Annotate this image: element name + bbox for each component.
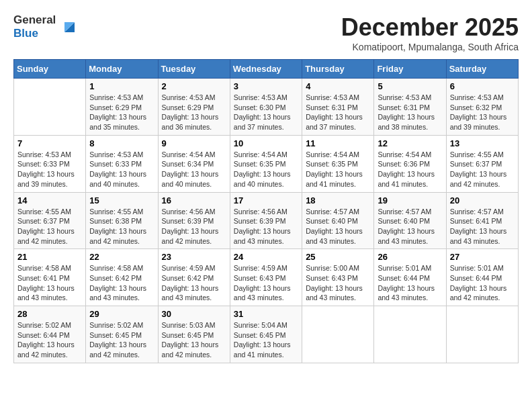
day-info: Sunrise: 4:53 AM Sunset: 6:30 PM Dayligh… (234, 93, 298, 132)
calendar-cell: 9Sunrise: 4:54 AM Sunset: 6:34 PM Daylig… (158, 135, 230, 192)
day-number: 23 (162, 252, 226, 262)
day-info: Sunrise: 4:53 AM Sunset: 6:29 PM Dayligh… (89, 93, 154, 132)
day-info: Sunrise: 5:00 AM Sunset: 6:43 PM Dayligh… (306, 263, 370, 303)
calendar-cell (302, 306, 374, 363)
day-number: 10 (234, 138, 298, 148)
calendar-cell: 6Sunrise: 4:53 AM Sunset: 6:32 PM Daylig… (446, 79, 518, 136)
day-number: 3 (234, 81, 298, 91)
calendar-cell: 19Sunrise: 4:57 AM Sunset: 6:40 PM Dayli… (374, 192, 446, 249)
calendar-cell: 11Sunrise: 4:54 AM Sunset: 6:35 PM Dayli… (302, 135, 374, 192)
calendar-header-day: Wednesday (230, 60, 302, 79)
day-info: Sunrise: 4:53 AM Sunset: 6:32 PM Dayligh… (450, 93, 515, 132)
calendar-cell: 8Sunrise: 4:53 AM Sunset: 6:33 PM Daylig… (86, 135, 158, 192)
day-number: 28 (17, 309, 82, 319)
calendar-cell: 30Sunrise: 5:03 AM Sunset: 6:45 PM Dayli… (158, 306, 230, 363)
day-number: 17 (234, 195, 298, 205)
day-number: 6 (450, 81, 515, 91)
calendar-cell: 25Sunrise: 5:00 AM Sunset: 6:43 PM Dayli… (302, 249, 374, 306)
calendar-week-row: 1Sunrise: 4:53 AM Sunset: 6:29 PM Daylig… (14, 79, 519, 136)
calendar-body: 1Sunrise: 4:53 AM Sunset: 6:29 PM Daylig… (14, 79, 519, 363)
calendar-cell: 24Sunrise: 4:59 AM Sunset: 6:43 PM Dayli… (230, 249, 302, 306)
day-number: 9 (162, 138, 226, 148)
day-number: 7 (17, 138, 82, 148)
calendar-cell (14, 79, 86, 136)
day-number: 22 (89, 252, 154, 262)
logo-general: General (13, 13, 56, 27)
logo-blue: Blue (13, 27, 56, 40)
calendar-cell: 17Sunrise: 4:56 AM Sunset: 6:39 PM Dayli… (230, 192, 302, 249)
calendar-cell: 27Sunrise: 5:01 AM Sunset: 6:44 PM Dayli… (446, 249, 518, 306)
day-number: 11 (306, 138, 370, 148)
calendar-header-day: Monday (86, 60, 158, 79)
calendar-header-day: Friday (374, 60, 446, 79)
day-info: Sunrise: 4:55 AM Sunset: 6:38 PM Dayligh… (89, 207, 154, 246)
day-info: Sunrise: 4:58 AM Sunset: 6:41 PM Dayligh… (17, 263, 82, 303)
day-number: 15 (89, 195, 154, 205)
day-info: Sunrise: 4:57 AM Sunset: 6:40 PM Dayligh… (378, 207, 442, 246)
day-info: Sunrise: 4:56 AM Sunset: 6:39 PM Dayligh… (162, 207, 226, 246)
calendar-cell: 1Sunrise: 4:53 AM Sunset: 6:29 PM Daylig… (86, 79, 158, 136)
calendar-cell: 21Sunrise: 4:58 AM Sunset: 6:41 PM Dayli… (14, 249, 86, 306)
day-number: 30 (162, 309, 226, 319)
day-info: Sunrise: 4:54 AM Sunset: 6:35 PM Dayligh… (234, 150, 298, 189)
day-info: Sunrise: 4:56 AM Sunset: 6:39 PM Dayligh… (234, 207, 298, 246)
calendar-header-day: Saturday (446, 60, 518, 79)
month-title: December 2025 (341, 13, 519, 42)
day-info: Sunrise: 5:01 AM Sunset: 6:44 PM Dayligh… (378, 263, 442, 303)
calendar-cell: 2Sunrise: 4:53 AM Sunset: 6:29 PM Daylig… (158, 79, 230, 136)
calendar-cell: 20Sunrise: 4:57 AM Sunset: 6:41 PM Dayli… (446, 192, 518, 249)
day-info: Sunrise: 4:54 AM Sunset: 6:34 PM Dayligh… (162, 150, 226, 189)
day-info: Sunrise: 4:53 AM Sunset: 6:33 PM Dayligh… (17, 150, 82, 189)
calendar-header-day: Sunday (14, 60, 86, 79)
day-info: Sunrise: 4:58 AM Sunset: 6:42 PM Dayligh… (89, 263, 154, 303)
calendar-cell: 26Sunrise: 5:01 AM Sunset: 6:44 PM Dayli… (374, 249, 446, 306)
day-info: Sunrise: 4:59 AM Sunset: 6:43 PM Dayligh… (234, 263, 298, 303)
calendar-week-row: 7Sunrise: 4:53 AM Sunset: 6:33 PM Daylig… (14, 135, 519, 192)
day-number: 13 (450, 138, 515, 148)
day-number: 31 (234, 309, 298, 319)
day-info: Sunrise: 4:54 AM Sunset: 6:35 PM Dayligh… (306, 150, 370, 189)
day-info: Sunrise: 5:02 AM Sunset: 6:44 PM Dayligh… (17, 320, 82, 360)
calendar-cell: 22Sunrise: 4:58 AM Sunset: 6:42 PM Dayli… (86, 249, 158, 306)
calendar-cell: 15Sunrise: 4:55 AM Sunset: 6:38 PM Dayli… (86, 192, 158, 249)
day-info: Sunrise: 4:59 AM Sunset: 6:42 PM Dayligh… (162, 263, 226, 303)
calendar-cell: 23Sunrise: 4:59 AM Sunset: 6:42 PM Dayli… (158, 249, 230, 306)
calendar-cell: 3Sunrise: 4:53 AM Sunset: 6:30 PM Daylig… (230, 79, 302, 136)
day-number: 14 (17, 195, 82, 205)
calendar-cell: 28Sunrise: 5:02 AM Sunset: 6:44 PM Dayli… (14, 306, 86, 363)
day-number: 26 (378, 252, 442, 262)
calendar-cell: 4Sunrise: 4:53 AM Sunset: 6:31 PM Daylig… (302, 79, 374, 136)
calendar-table: SundayMondayTuesdayWednesdayThursdayFrid… (13, 59, 519, 363)
logo-icon (58, 15, 78, 36)
day-info: Sunrise: 4:53 AM Sunset: 6:33 PM Dayligh… (89, 150, 154, 189)
day-number: 19 (378, 195, 442, 205)
day-info: Sunrise: 4:57 AM Sunset: 6:41 PM Dayligh… (450, 207, 515, 246)
calendar-cell: 18Sunrise: 4:57 AM Sunset: 6:40 PM Dayli… (302, 192, 374, 249)
calendar-cell: 7Sunrise: 4:53 AM Sunset: 6:33 PM Daylig… (14, 135, 86, 192)
calendar-cell: 5Sunrise: 4:53 AM Sunset: 6:31 PM Daylig… (374, 79, 446, 136)
calendar-cell: 29Sunrise: 5:02 AM Sunset: 6:45 PM Dayli… (86, 306, 158, 363)
day-number: 8 (89, 138, 154, 148)
location: Komatipoort, Mpumalanga, South Africa (341, 42, 519, 52)
day-info: Sunrise: 4:57 AM Sunset: 6:40 PM Dayligh… (306, 207, 370, 246)
day-number: 20 (450, 195, 515, 205)
day-number: 21 (17, 252, 82, 262)
calendar-cell: 13Sunrise: 4:55 AM Sunset: 6:37 PM Dayli… (446, 135, 518, 192)
day-info: Sunrise: 4:53 AM Sunset: 6:31 PM Dayligh… (306, 93, 370, 132)
day-info: Sunrise: 5:01 AM Sunset: 6:44 PM Dayligh… (450, 263, 515, 303)
day-number: 27 (450, 252, 515, 262)
calendar-cell: 16Sunrise: 4:56 AM Sunset: 6:39 PM Dayli… (158, 192, 230, 249)
day-info: Sunrise: 5:03 AM Sunset: 6:45 PM Dayligh… (162, 320, 226, 360)
day-number: 25 (306, 252, 370, 262)
calendar-header-day: Thursday (302, 60, 374, 79)
day-number: 16 (162, 195, 226, 205)
day-info: Sunrise: 4:53 AM Sunset: 6:29 PM Dayligh… (162, 93, 226, 132)
calendar-cell: 12Sunrise: 4:54 AM Sunset: 6:36 PM Dayli… (374, 135, 446, 192)
calendar-header-row: SundayMondayTuesdayWednesdayThursdayFrid… (14, 60, 519, 79)
calendar-week-row: 28Sunrise: 5:02 AM Sunset: 6:44 PM Dayli… (14, 306, 519, 363)
calendar-week-row: 21Sunrise: 4:58 AM Sunset: 6:41 PM Dayli… (14, 249, 519, 306)
day-number: 2 (162, 81, 226, 91)
day-number: 1 (89, 81, 154, 91)
page-header: General Blue December 2025 Komatipoort, … (13, 13, 519, 52)
calendar-week-row: 14Sunrise: 4:55 AM Sunset: 6:37 PM Dayli… (14, 192, 519, 249)
